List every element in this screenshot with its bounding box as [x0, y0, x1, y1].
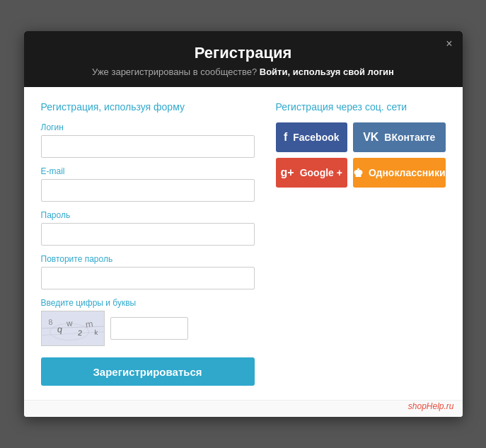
email-label: E-mail [41, 166, 255, 176]
facebook-icon: f [284, 131, 287, 144]
confirm-password-field-group: Повторите пароль [41, 254, 255, 289]
facebook-button[interactable]: f Facebook [276, 122, 347, 152]
svg-text:w: w [65, 318, 73, 328]
left-section: Регистрация, используя форму Логин E-mai… [41, 101, 255, 386]
password-field-group: Пароль [41, 210, 255, 246]
ok-label: Одноклассники [369, 167, 446, 178]
google-icon: g+ [281, 166, 294, 179]
svg-text:2: 2 [77, 328, 82, 338]
captcha-row: 8 q w 2 m k [41, 311, 255, 346]
social-grid: f Facebook VK ВКонтакте g+ Google + ♚ Од… [276, 122, 446, 188]
password-label: Пароль [41, 210, 255, 220]
modal-subtitle: Уже зарегистрированы в сообществе? Войти… [52, 67, 434, 77]
login-link[interactable]: Войти, используя свой логин [260, 67, 394, 77]
login-field-group: Логин [41, 122, 255, 158]
captcha-input[interactable] [110, 317, 188, 340]
modal-header: × Регистрация Уже зарегистрированы в соо… [24, 31, 463, 87]
ok-button[interactable]: ♚ Одноклассники [353, 158, 446, 188]
email-input[interactable] [41, 179, 255, 202]
watermark-suffix: .ru [444, 401, 453, 411]
email-field-group: E-mail [41, 166, 255, 202]
vk-button[interactable]: VK ВКонтакте [353, 122, 446, 152]
login-input[interactable] [41, 135, 255, 158]
register-button[interactable]: Зарегистрироваться [41, 357, 255, 386]
watermark-text: shopHelp [408, 401, 444, 411]
modal-title: Регистрация [52, 44, 434, 62]
modal-body: Регистрация, используя форму Логин E-mai… [24, 87, 463, 400]
modal-footer: shopHelp.ru [24, 400, 463, 417]
confirm-password-input[interactable] [41, 267, 255, 289]
confirm-password-label: Повторите пароль [41, 254, 255, 264]
login-label: Логин [41, 122, 255, 132]
captcha-field-group: Введите цифры и буквы 8 q w 2 m k [41, 298, 255, 346]
captcha-svg: 8 q w 2 m k [42, 311, 104, 346]
google-button[interactable]: g+ Google + [276, 158, 347, 188]
captcha-label: Введите цифры и буквы [41, 298, 255, 308]
captcha-image: 8 q w 2 m k [41, 311, 105, 346]
registration-modal: × Регистрация Уже зарегистрированы в соо… [24, 31, 463, 417]
facebook-label: Facebook [293, 132, 339, 143]
google-label: Google + [300, 167, 342, 178]
vk-label: ВКонтакте [384, 132, 435, 143]
svg-text:8: 8 [47, 318, 52, 326]
svg-text:m: m [84, 318, 93, 330]
ok-icon: ♚ [353, 166, 363, 180]
close-button[interactable]: × [446, 38, 452, 50]
password-input[interactable] [41, 223, 255, 246]
right-section: Регистрация через соц. сети f Facebook V… [276, 101, 446, 386]
watermark: shopHelp.ru [408, 401, 454, 411]
left-section-title: Регистрация, используя форму [41, 101, 255, 113]
right-section-title: Регистрация через соц. сети [276, 101, 446, 113]
vk-icon: VK [363, 131, 378, 144]
